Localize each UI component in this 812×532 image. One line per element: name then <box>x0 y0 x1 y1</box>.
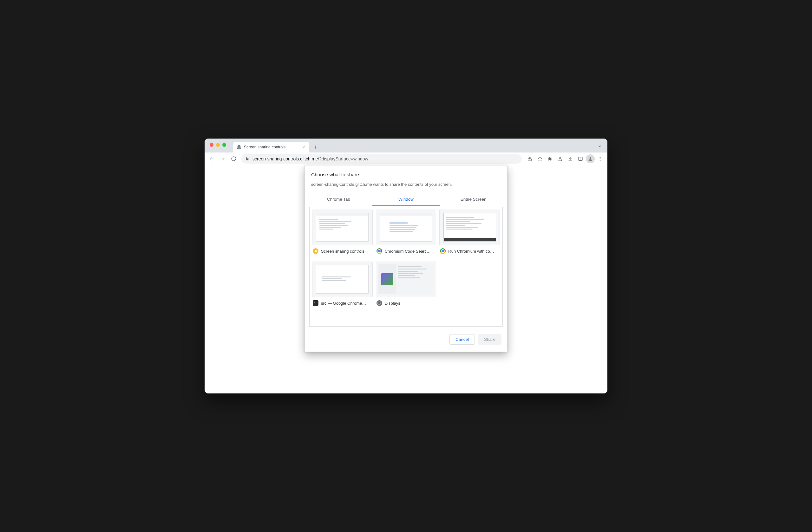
url-host: screen-sharing-controls.glitch.me <box>252 156 318 161</box>
browser-window: Screen sharing controls <box>205 138 607 394</box>
tab-window[interactable]: Window <box>372 193 440 206</box>
window-option[interactable]: Screen sharing controls <box>312 210 373 259</box>
window-option[interactable]: Displays <box>376 262 436 311</box>
page-viewport: Choose what to share screen-sharing-cont… <box>205 165 607 394</box>
share-source-tabs: Chrome Tab Window Entire Screen <box>305 193 507 206</box>
window-thumbnail <box>376 210 436 245</box>
window-option[interactable]: src — Google Chrome… <box>312 262 373 311</box>
app-icon-chrome <box>377 248 382 254</box>
window-label: Chromium Code Searc… <box>385 249 431 254</box>
share-icon[interactable] <box>525 154 535 164</box>
window-thumbnail <box>376 262 436 297</box>
window-thumbnail <box>312 210 373 245</box>
url-text: screen-sharing-controls.glitch.me/?displ… <box>252 156 368 161</box>
star-icon[interactable] <box>535 154 545 164</box>
window-label: Run Chromium with co… <box>448 249 494 254</box>
window-label: Displays <box>385 301 400 306</box>
dialog-subtitle: screen-sharing-controls.glitch.me wants … <box>311 182 501 187</box>
toolbar: screen-sharing-controls.glitch.me/?displ… <box>205 152 607 165</box>
svg-point-6 <box>600 160 601 161</box>
svg-rect-2 <box>579 157 582 160</box>
svg-point-3 <box>589 157 591 159</box>
app-icon-system-preferences <box>377 300 382 306</box>
tab-title: Screen sharing controls <box>244 145 299 149</box>
minimize-window-button[interactable] <box>216 143 220 147</box>
share-button[interactable]: Share <box>478 334 502 345</box>
window-option[interactable]: Chromium Code Searc… <box>376 210 436 259</box>
maximize-window-button[interactable] <box>222 143 226 147</box>
share-picker-dialog: Choose what to share screen-sharing-cont… <box>304 165 508 352</box>
lock-icon <box>245 157 249 161</box>
app-icon-chrome-canary <box>313 248 318 254</box>
window-controls <box>210 143 226 147</box>
menu-button[interactable] <box>595 154 605 164</box>
app-icon-chrome <box>440 248 446 254</box>
downloads-icon[interactable] <box>566 154 575 164</box>
svg-point-4 <box>600 157 601 158</box>
tab-entire-screen[interactable]: Entire Screen <box>440 193 507 206</box>
tab-search-button[interactable] <box>597 143 603 149</box>
window-grid: Screen sharing controls Chromium Code Se… <box>309 207 503 327</box>
dialog-footer: Cancel Share <box>305 331 507 352</box>
dialog-title: Choose what to share <box>311 172 501 178</box>
window-option[interactable]: Run Chromium with co… <box>439 210 500 259</box>
window-thumbnail <box>439 210 500 245</box>
window-thumbnail <box>312 262 373 297</box>
toolbar-actions <box>525 154 605 164</box>
title-bar: Screen sharing controls <box>205 138 607 152</box>
tab-chrome-tab[interactable]: Chrome Tab <box>305 193 372 206</box>
tab-strip: Screen sharing controls <box>233 142 604 152</box>
svg-point-5 <box>600 158 601 159</box>
address-bar[interactable]: screen-sharing-controls.glitch.me/?displ… <box>241 154 522 164</box>
app-icon-terminal <box>313 300 318 306</box>
extensions-icon[interactable] <box>545 154 555 164</box>
labs-icon[interactable] <box>555 154 565 164</box>
url-path: /?displaySurface=window <box>318 156 368 161</box>
browser-tab[interactable]: Screen sharing controls <box>233 142 309 152</box>
forward-button[interactable] <box>218 154 228 164</box>
dialog-header: Choose what to share screen-sharing-cont… <box>305 165 507 189</box>
profile-button[interactable] <box>586 154 595 163</box>
back-button[interactable] <box>207 154 217 164</box>
globe-icon <box>236 145 241 150</box>
close-tab-button[interactable] <box>301 145 306 150</box>
close-window-button[interactable] <box>210 143 214 147</box>
window-label: Screen sharing controls <box>321 249 364 254</box>
reload-button[interactable] <box>229 154 238 164</box>
window-label: src — Google Chrome… <box>321 301 366 306</box>
new-tab-button[interactable] <box>311 143 320 151</box>
cancel-button[interactable]: Cancel <box>449 334 475 345</box>
side-panel-icon[interactable] <box>576 154 585 164</box>
